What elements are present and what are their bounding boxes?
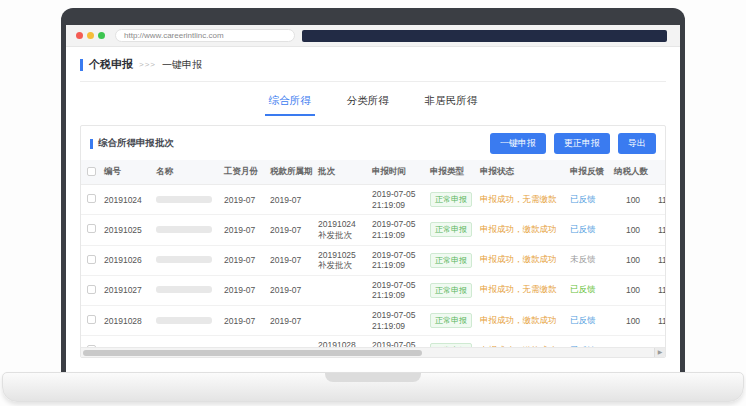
tab-classified-income[interactable]: 分类所得 — [343, 94, 393, 116]
cell-feedback: 已反馈 — [567, 336, 611, 347]
cell-tax-period: 2019-07 — [267, 215, 315, 245]
batch-panel: 综合所得申报批次 一键申报 更正申报 导出 — [80, 125, 666, 358]
tab-comprehensive-income[interactable]: 综合所得 — [265, 94, 315, 116]
row-checkbox[interactable] — [87, 194, 96, 203]
cell-declare-time: 2019-07-05 21:19:09 — [369, 185, 427, 215]
cell-salary-month: 2019-07 — [221, 336, 267, 347]
correct-declare-button[interactable]: 更正申报 — [554, 133, 610, 154]
cell-tax-period: 2019-07 — [267, 185, 315, 215]
horizontal-scrollbar-thumb[interactable] — [83, 350, 422, 356]
row-checkbox[interactable] — [87, 224, 96, 233]
close-window-icon[interactable] — [76, 32, 83, 39]
cell-declare-time: 2019-07-05 21:19:09 — [369, 245, 427, 275]
cell-id: 20191026 — [101, 245, 153, 275]
page-title: 个税申报 — [89, 57, 133, 72]
table-row[interactable]: 20191028 2019-07 2019-07 2019-07-05 21:1… — [81, 306, 665, 336]
batch-table: 编号名称工资月份税款所属期批次申报时间申报类型申报状态申报反馈纳税人数 2019… — [81, 160, 665, 347]
column-header: 税款所属期 — [267, 160, 315, 185]
table-row[interactable]: 20191025 2019-07 2019-07 20191024 补发批次 2… — [81, 215, 665, 245]
cell-id: 20191024 — [101, 185, 153, 215]
redacted-name — [156, 196, 212, 203]
address-bar[interactable]: http://www.careerintlinc.com — [115, 29, 295, 42]
cell-declare-time: 2019-07-05 21:19:09 — [369, 275, 427, 305]
cell-taxpayer-count: 100 — [611, 336, 655, 347]
cell-name — [153, 336, 221, 347]
laptop-base — [2, 372, 744, 402]
scroll-right-arrow-icon[interactable]: ▶ — [654, 348, 665, 357]
laptop-mockup: http://www.careerintlinc.com 个税申报 >>> 一键… — [0, 0, 746, 406]
cell-name — [153, 245, 221, 275]
table-row[interactable]: 20191026 2019-07 2019-07 20191025 补发批次 2… — [81, 245, 665, 275]
laptop-base-notch — [325, 373, 421, 382]
column-header: 申报状态 — [477, 160, 567, 185]
panel-accent-bar — [90, 139, 93, 149]
table-row[interactable]: 20191027 2019-07 2019-07 2019-07-05 21:1… — [81, 275, 665, 305]
select-all-header — [81, 160, 101, 185]
batch-panel-title-wrap: 综合所得申报批次 — [90, 137, 482, 150]
batch-table-wrap: 编号名称工资月份税款所属期批次申报时间申报类型申报状态申报反馈纳税人数 2019… — [81, 160, 665, 347]
cell-declare-status: 申报成功，缴款成功 — [477, 336, 567, 347]
cell-id: 20191028 — [101, 306, 153, 336]
cell-feedback: 已反馈 — [567, 275, 611, 305]
panel-title: 综合所得申报批次 — [98, 137, 174, 150]
income-type-tabs: 综合所得 分类所得 非居民所得 — [80, 94, 666, 116]
column-header: 申报时间 — [369, 160, 427, 185]
cell-taxpayer-count: 100 — [611, 306, 655, 336]
table-row[interactable]: 20191029 2019-07 2019-07 20191028 补发批次 2… — [81, 336, 665, 347]
column-header: 申报反馈 — [567, 160, 611, 185]
laptop-screen: http://www.careerintlinc.com 个税申报 >>> 一键… — [61, 8, 685, 374]
cell-select — [81, 275, 101, 305]
cell-select — [81, 336, 101, 347]
tax-declaration-page: 个税申报 >>> 一键申报 综合所得 分类所得 非居民所得 综合所得申报批次 — [66, 47, 680, 374]
column-header: 批次 — [315, 160, 369, 185]
cell-clipped: 11 — [655, 275, 665, 305]
cell-id: 20191029 — [101, 336, 153, 347]
cell-feedback: 未反馈 — [567, 245, 611, 275]
cell-batch: 20191024 补发批次 — [315, 215, 369, 245]
cell-declare-time: 2019-07-05 21:19:09 — [369, 306, 427, 336]
cell-id: 20191027 — [101, 275, 153, 305]
cell-declare-status: 申报成功，缴款成功 — [477, 215, 567, 245]
cell-salary-month: 2019-07 — [221, 185, 267, 215]
column-header: 工资月份 — [221, 160, 267, 185]
browser-chrome: http://www.careerintlinc.com — [66, 25, 680, 47]
cell-clipped: 11 — [655, 245, 665, 275]
cell-declare-type: 正常申报 — [427, 185, 477, 215]
export-button[interactable]: 导出 — [618, 133, 656, 154]
cell-select — [81, 245, 101, 275]
cell-tax-period: 2019-07 — [267, 336, 315, 347]
cell-batch: 20191025 补发批次 — [315, 245, 369, 275]
column-header: 纳税人数 — [611, 160, 655, 185]
table-header-row: 编号名称工资月份税款所属期批次申报时间申报类型申报状态申报反馈纳税人数 — [81, 160, 665, 185]
horizontal-scrollbar[interactable]: ▶ — [81, 347, 665, 357]
tab-nonresident-income[interactable]: 非居民所得 — [421, 94, 482, 116]
cell-salary-month: 2019-07 — [221, 275, 267, 305]
cell-salary-month: 2019-07 — [221, 306, 267, 336]
cell-tax-period: 2019-07 — [267, 245, 315, 275]
column-header-clipped — [655, 160, 665, 185]
row-checkbox[interactable] — [87, 315, 96, 324]
cell-tax-period: 2019-07 — [267, 275, 315, 305]
cell-name — [153, 215, 221, 245]
cell-id: 20191025 — [101, 215, 153, 245]
table-row[interactable]: 20191024 2019-07 2019-07 2019-07-05 21:1… — [81, 185, 665, 215]
breadcrumb: 个税申报 >>> 一键申报 — [80, 57, 666, 82]
row-checkbox[interactable] — [87, 255, 96, 264]
maximize-window-icon[interactable] — [98, 32, 105, 39]
cell-taxpayer-count: 100 — [611, 185, 655, 215]
redacted-name — [156, 226, 212, 233]
batch-panel-header: 综合所得申报批次 一键申报 更正申报 导出 — [81, 126, 665, 160]
redacted-name — [156, 317, 212, 324]
table-body: 20191024 2019-07 2019-07 2019-07-05 21:1… — [81, 185, 665, 348]
one-click-declare-button[interactable]: 一键申报 — [490, 133, 546, 154]
minimize-window-icon[interactable] — [87, 32, 94, 39]
select-all-checkbox[interactable] — [87, 167, 96, 176]
cell-declare-type: 正常申报 — [427, 215, 477, 245]
cell-name — [153, 275, 221, 305]
redacted-name — [156, 256, 212, 263]
cell-name — [153, 185, 221, 215]
row-checkbox[interactable] — [87, 285, 96, 294]
cell-select — [81, 185, 101, 215]
browser-window: http://www.careerintlinc.com 个税申报 >>> 一键… — [66, 25, 680, 374]
redacted-name — [156, 286, 212, 293]
